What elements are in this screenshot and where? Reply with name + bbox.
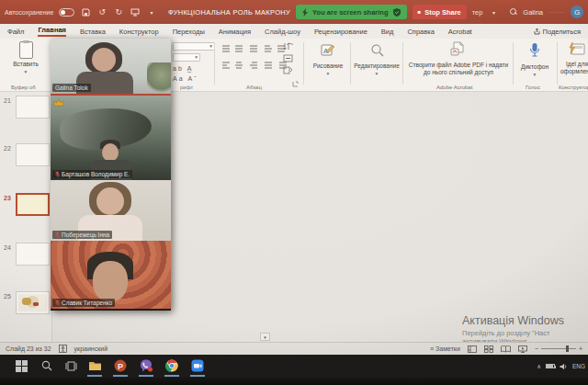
laptop-screen: Автосохранение ↺ ↻ ▾ ФУНКЦІОНАЛЬНА РОЛЬ … [0, 0, 588, 385]
search-icon[interactable] [510, 8, 517, 16]
video-tile-poberezhets[interactable]: Побережець Інна [51, 180, 171, 241]
slide-thumbnail-24[interactable] [16, 243, 50, 266]
acrobat-group-label: Adobe Acrobat [436, 85, 472, 90]
slide-thumbnail-panel: 21 22 23 24 25 [0, 92, 52, 342]
autosave-label: Автосохранение [5, 9, 53, 16]
video-tile-bartashov[interactable]: Барташов Володимир Е. [51, 96, 171, 180]
reading-view-icon[interactable] [501, 345, 511, 353]
undo-icon[interactable]: ↺ [96, 6, 107, 17]
dictaphone-button[interactable]: Диктофон ▾ [516, 42, 553, 78]
tab-design[interactable]: Конструктор [119, 28, 159, 36]
font-name-dropdown[interactable]: ▾ [173, 42, 215, 51]
crown-icon [53, 98, 64, 107]
notes-button[interactable]: ≡ Заметки [430, 345, 460, 352]
zoom-slider[interactable]: − + [535, 345, 582, 352]
slideshow-icon[interactable] [130, 6, 141, 17]
thumbnail-collapse-button[interactable]: ▾ [260, 333, 270, 341]
stop-icon: ■ [418, 9, 422, 15]
powerpoint-taskbar-icon[interactable]: P [110, 357, 130, 374]
tab-animations[interactable]: Анимация [219, 28, 251, 36]
editing-button[interactable]: Редактирование ▾ [354, 43, 400, 77]
notes-icon: ≡ [430, 345, 434, 352]
accessibility-icon[interactable] [59, 345, 67, 353]
tab-transitions[interactable]: Переходы [173, 28, 205, 36]
task-view-icon[interactable] [61, 357, 81, 374]
slide-sorter-view-icon[interactable] [484, 345, 493, 353]
thumb-number: 24 [4, 244, 11, 251]
create-pdf-button[interactable]: Створити файл Adobe PDF і надати до ньог… [408, 41, 509, 76]
lightning-icon [302, 8, 308, 17]
tab-home[interactable]: Главная [38, 26, 66, 37]
microphone-icon [529, 42, 540, 58]
thumb-number: 21 [4, 97, 11, 104]
viber-icon[interactable] [136, 357, 156, 374]
pdf-pages-icon [450, 41, 467, 56]
font-size-dropdown[interactable]: ▾ [173, 53, 200, 62]
file-explorer-icon[interactable] [85, 357, 105, 374]
video-tile-galina[interactable]: Galina Tolok [51, 39, 171, 96]
volume-icon[interactable] [560, 363, 568, 370]
slide-thumbnail-25[interactable] [16, 291, 50, 314]
battery-icon[interactable] [546, 364, 555, 368]
avatar[interactable]: G [571, 6, 583, 18]
powerpoint-statusbar: Слайд 23 из 32 украинский ≡ Заметки − + [0, 342, 588, 355]
participant-name-badge: Побережець Інна [52, 231, 112, 239]
slideshow-view-icon[interactable] [518, 345, 527, 353]
tab-insert[interactable]: Вставка [80, 28, 106, 36]
quick-access-chevron-icon[interactable]: ▾ [146, 6, 157, 17]
tray-expand-icon[interactable]: ∧ [537, 363, 541, 370]
designer-group-label: Конструктор [559, 85, 588, 90]
slide-thumbnail-23[interactable] [16, 193, 50, 216]
voice-group-label: Голос [526, 85, 540, 90]
design-ideas-icon [569, 42, 585, 55]
laptop-bezel [0, 378, 588, 385]
text-direction-icons[interactable] [283, 42, 293, 74]
normal-view-icon[interactable] [468, 345, 477, 353]
chrome-icon[interactable] [162, 357, 182, 374]
document-title: ФУНКЦІОНАЛЬНА РОЛЬ МАКРОНУ [168, 8, 290, 17]
muted-mic-icon [55, 300, 60, 306]
autosave-toggle[interactable] [59, 8, 74, 17]
tab-slideshow[interactable]: Слайд-шоу [265, 28, 300, 36]
font-format-buttons[interactable]: ab A̲ [173, 65, 193, 72]
paragraph-dialog-launcher-icon[interactable] [292, 81, 299, 87]
account-name[interactable]: Galina [523, 8, 543, 17]
tab-view[interactable]: Вид [381, 28, 394, 36]
zoom-in-icon[interactable]: + [579, 345, 582, 352]
start-button[interactable] [11, 357, 31, 374]
paste-button[interactable]: Вставить ▾ [6, 41, 46, 75]
redo-icon[interactable]: ↻ [113, 6, 124, 17]
slide-thumbnail-21[interactable] [16, 96, 50, 119]
tab-acrobat[interactable]: Acrobat [448, 28, 472, 36]
tab-help[interactable]: Справка [407, 28, 434, 36]
tray-language[interactable]: ENG [572, 363, 585, 369]
drawing-button[interactable]: A Рисование ▾ [309, 43, 347, 77]
stop-share-button[interactable]: ■ Stop Share [413, 5, 467, 19]
video-tile-slavik[interactable]: Славик Титаренко [51, 241, 171, 309]
paste-chevron-icon: ▾ [25, 69, 28, 74]
taskbar-search-icon[interactable] [37, 357, 57, 374]
zoom-out-icon[interactable]: − [535, 345, 538, 352]
slide-thumbnail-22[interactable] [16, 143, 50, 166]
zoom-track[interactable] [541, 348, 576, 349]
zoom-app-icon[interactable] [187, 357, 208, 374]
system-tray: ∧ ENG [537, 355, 585, 378]
share-button[interactable]: Поделиться [534, 28, 581, 36]
design-ideas-button[interactable]: Ідеї для оформлення [560, 42, 588, 75]
find-icon [370, 43, 384, 57]
font-size-buttons[interactable]: Aa Aˇ [173, 75, 198, 82]
windows-taskbar: P ∧ ENG [0, 355, 588, 378]
tab-review[interactable]: Рецензирование [314, 28, 368, 36]
thumb-number: 22 [4, 145, 11, 152]
saved-state-text: тер [472, 8, 483, 17]
zoom-participants-panel[interactable]: Galina Tolok Барташов Володимир Е. Побер… [51, 39, 171, 311]
save-icon[interactable] [80, 6, 91, 17]
clipboard-group-label: Буфер об [11, 85, 36, 90]
tab-file[interactable]: Файл [7, 28, 24, 36]
muted-mic-icon [55, 171, 60, 177]
language-indicator[interactable]: украинский [74, 345, 108, 352]
video-feed [51, 96, 171, 180]
saved-state-chevron-icon[interactable]: ▾ [488, 6, 499, 17]
drawing-icon: A [321, 43, 335, 57]
zoom-handle[interactable] [566, 345, 569, 352]
